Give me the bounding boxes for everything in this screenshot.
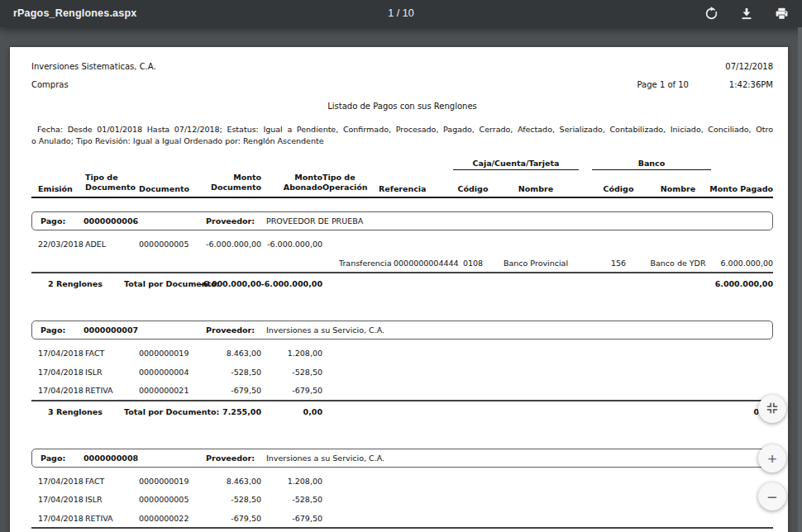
renglon-row: 17/04/2018 FACT 0000000019 8.463,00 1.20…	[31, 344, 773, 363]
page-indicator: 1 / 10	[0, 0, 802, 27]
col-banco-nombre: Nombre	[645, 184, 711, 194]
module-name: Compras	[31, 80, 69, 89]
proveedor-name: Inversiones a su Servicio, C.A.	[266, 325, 384, 335]
renglon-row: 17/04/2018 ISLR 0000000005 -528,50 -528,…	[31, 490, 773, 509]
group-header-banco: Banco	[592, 159, 711, 170]
total-row: 2 Renglones Total por Documento: -6.000.…	[31, 272, 773, 293]
col-monto-documento: Monto Documento	[197, 173, 261, 192]
cell-monto-documento: 8.463,00	[197, 349, 261, 358]
rotate-icon	[704, 7, 718, 21]
cell-tipo-doc: RETIVA	[85, 513, 133, 522]
pago-number: 0000000008	[84, 454, 206, 463]
total-row: 3 Renglones Total por Documento: 7.255,0…	[31, 400, 773, 421]
cell-monto-documento: -6.000.000,00	[197, 240, 261, 249]
cell-emision: 17/04/2018	[38, 386, 83, 395]
print-button[interactable]	[773, 6, 790, 22]
total-monto-pagado: 6.000.000,00	[703, 279, 773, 288]
cell-emision: 17/04/2018	[38, 513, 83, 522]
cell-tipo-operacion: Transferencia	[339, 258, 395, 267]
cell-monto-abonado: 1.208,00	[265, 476, 322, 485]
pago-number: 0000000007	[84, 325, 206, 335]
report-time: 1:42:36PM	[714, 80, 773, 89]
report-page: Inversiones Sistematicas, C.A. 07/12/201…	[10, 47, 788, 532]
scrollbar[interactable]	[798, 27, 802, 532]
cell-monto-abonado: -679,50	[265, 386, 322, 395]
pago-header-box: Pago: 0000000008 Proveedor: Inversiones …	[31, 449, 773, 468]
renglon-row: 17/04/2018 RETIVA 0000000022 -679,50 -67…	[31, 509, 773, 528]
cell-banco-codigo: 156	[592, 258, 645, 267]
cell-monto-pagado: 6.000.000,00	[703, 258, 773, 267]
cell-monto-abonado: -528,50	[265, 495, 322, 504]
zoom-out-button[interactable]: −	[758, 482, 786, 511]
cell-tipo-doc: FACT	[85, 476, 133, 485]
cell-monto-documento: -679,50	[197, 513, 261, 522]
zoom-in-button[interactable]: +	[758, 444, 786, 473]
report-filters: Fecha: Desde 01/01/2018 Hasta 07/12/2018…	[31, 124, 773, 146]
cell-monto-abonado: 1.208,00	[265, 349, 322, 358]
pago-header-box: Pago: 0000000007 Proveedor: Inversiones …	[31, 321, 773, 340]
renglon-row: 17/04/2018 ISLR 0000000004 -528,50 -528,…	[31, 363, 773, 382]
cell-tipo-doc: FACT	[85, 349, 133, 358]
renglon-row: 17/04/2018 FACT 0000000019 8.463,00 1.20…	[31, 472, 773, 491]
pago-label: Pago:	[41, 325, 84, 335]
cell-tipo-doc: ADEL	[85, 240, 133, 249]
renglon-row: 17/04/2018 RETIVA 0000000021 -679,50 -67…	[31, 381, 773, 400]
print-icon	[775, 7, 789, 21]
total-monto-abonado: -6.000.000,00	[31, 279, 322, 288]
cell-emision: 17/04/2018	[38, 367, 83, 376]
proveedor-label: Proveedor:	[206, 325, 266, 335]
pago-label: Pago:	[41, 454, 84, 463]
pago-block: Pago: 0000000006 Proveedor: PROVEEDOR DE…	[31, 211, 773, 293]
download-icon	[740, 7, 753, 21]
col-tipo-operacion: Tipo de Operación	[322, 173, 379, 192]
pago-block: Pago: 0000000008 Proveedor: Inversiones …	[31, 449, 773, 532]
cell-monto-documento: -528,50	[197, 367, 261, 376]
cell-monto-documento: -679,50	[197, 386, 261, 395]
cell-monto-abonado: -6.000.000,00	[265, 240, 322, 249]
rotate-button[interactable]	[703, 5, 720, 22]
proveedor-label: Proveedor:	[206, 216, 266, 226]
pago-label: Pago:	[41, 216, 84, 226]
cell-caja-codigo: 0108	[453, 258, 493, 267]
pago-number: 0000000006	[84, 216, 206, 226]
col-monto-abonado: Monto Abonado	[265, 173, 322, 192]
toolbar-actions	[703, 0, 790, 27]
cell-emision: 22/03/2018	[38, 240, 83, 249]
report-header-line1: Inversiones Sistematicas, C.A. 07/12/201…	[31, 59, 773, 73]
renglon-row: Transferencia 0000000004444 0108 Banco P…	[31, 254, 773, 273]
group-header-caja: Caja/Cuenta/Tarjeta	[453, 159, 579, 170]
report-date: 07/12/2018	[725, 62, 773, 71]
report-title: Listado de Pagos con sus Renglones	[31, 102, 773, 113]
col-caja-nombre: Nombre	[493, 184, 579, 194]
total-monto-abonado: 0,00	[31, 406, 322, 416]
total-row: 3 Renglones Total por Documento: 7.255,0…	[31, 527, 773, 532]
minus-icon: −	[767, 488, 777, 506]
filters-line2: o Anulado; Tipo Revisión: Igual a Igual …	[31, 135, 773, 147]
cell-monto-abonado: -679,50	[265, 513, 322, 522]
renglon-row: 22/03/2018 ADEL 0000000005 -6.000.000,00…	[31, 235, 773, 254]
cell-tipo-doc: RETIVA	[85, 386, 133, 395]
col-tipo-documento: Tipo de Documento	[85, 173, 133, 192]
fit-page-icon	[766, 401, 779, 417]
col-emision: Emisión	[38, 184, 83, 194]
proveedor-label: Proveedor:	[206, 454, 266, 463]
fit-page-button[interactable]	[758, 395, 786, 423]
pdf-toolbar: rPagos_Renglones.aspx 1 / 10	[0, 0, 802, 27]
col-monto-pagado: Monto Pagado	[703, 184, 773, 194]
cell-emision: 17/04/2018	[38, 495, 83, 504]
proveedor-name: PROVEEDOR DE PRUEBA	[266, 216, 363, 226]
cell-monto-documento: 8.463,00	[197, 476, 261, 485]
filters-line1: Fecha: Desde 01/01/2018 Hasta 07/12/2018…	[31, 124, 773, 135]
cell-caja-nombre: Banco Provincial	[493, 258, 579, 267]
table-header: Caja/Cuenta/Tarjeta Banco Emisión Tipo d…	[31, 159, 773, 198]
download-button[interactable]	[738, 6, 755, 22]
col-banco-codigo: Código	[592, 184, 645, 194]
cell-tipo-doc: ISLR	[85, 367, 133, 376]
cell-emision: 17/04/2018	[38, 349, 83, 358]
col-referencia: Referencia	[379, 184, 448, 194]
cell-monto-abonado: -528,50	[265, 367, 322, 376]
cell-banco-nombre: Banco de YDR	[645, 258, 711, 267]
pago-header-box: Pago: 0000000006 Proveedor: PROVEEDOR DE…	[31, 211, 773, 230]
col-caja-codigo: Código	[453, 184, 493, 194]
company-name: Inversiones Sistematicas, C.A.	[31, 62, 156, 71]
